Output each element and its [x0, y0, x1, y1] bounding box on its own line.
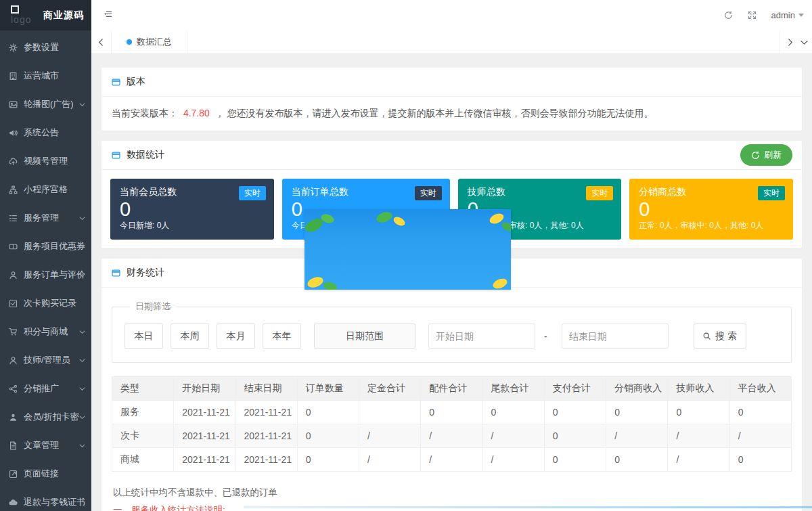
- sidebar-item-label: 积分与商城: [24, 326, 68, 338]
- refresh-icon: [751, 151, 760, 160]
- chevron-down-icon: [78, 442, 86, 449]
- realtime-badge: 实时: [758, 186, 785, 200]
- realtime-badge: 实时: [586, 186, 613, 200]
- leaves-decoration-icon: [304, 209, 511, 290]
- sidebar-item[interactable]: 分销推广: [0, 374, 91, 403]
- version-number: 4.7.80: [181, 108, 212, 118]
- sidebar-item-label: 小程序宫格: [24, 183, 68, 196]
- table-cell: /: [482, 448, 544, 472]
- file-icon: [9, 441, 18, 450]
- stat-card: 当前会员总数0今日新增: 0人实时: [110, 179, 274, 240]
- table-cell: 0: [729, 401, 791, 424]
- username: admin: [771, 10, 795, 20]
- table-cell: 0: [421, 401, 482, 424]
- start-date-input[interactable]: [428, 324, 535, 349]
- table-cell: 0: [297, 401, 359, 424]
- table-row: 商城2021-11-212021-11-210///00/0: [112, 448, 792, 472]
- tab-options-icon[interactable]: [800, 30, 812, 53]
- version-comma: ，: [215, 108, 225, 118]
- sidebar-item[interactable]: 系统公告: [0, 118, 91, 147]
- chevron-down-icon: [78, 243, 86, 250]
- refresh-button-label: 刷新: [764, 149, 782, 161]
- quick-date-button[interactable]: 本日: [125, 324, 163, 349]
- table-cell: 0: [544, 401, 606, 424]
- sidebar-item[interactable]: 视频号管理: [0, 147, 91, 175]
- version-prefix: 当前安装版本：: [112, 108, 178, 118]
- sidebar-item[interactable]: 运营城市: [0, 62, 91, 90]
- tabs-scroll-left-button[interactable]: [91, 30, 112, 53]
- table-cell: 2021-11-21: [235, 401, 297, 424]
- table-header-cell: 结束日期: [235, 377, 297, 401]
- date-filter-row: 本日本周本月本年 日期范围 - 搜 索: [125, 324, 779, 349]
- date-range-button[interactable]: 日期范围: [314, 324, 415, 349]
- active-tab-label: 数据汇总: [137, 36, 172, 48]
- note-line: 以上统计中均不含退款中、已退款的订单: [113, 484, 790, 502]
- sidebar-item[interactable]: 小程序宫格: [0, 175, 91, 204]
- version-card-header: 版本: [102, 68, 802, 97]
- chevron-down-icon: [78, 414, 86, 421]
- image-icon: [9, 99, 18, 109]
- speaker-icon: [9, 128, 18, 137]
- logo-image-placeholder: logo: [11, 5, 38, 28]
- coupon-icon: [9, 242, 18, 251]
- sidebar-item[interactable]: 积分与商城: [0, 317, 91, 346]
- gear-icon: [9, 43, 18, 52]
- table-header-cell: 定金合计: [359, 377, 421, 401]
- sidebar-item[interactable]: 退款与零钱证书: [0, 488, 91, 511]
- refresh-icon[interactable]: [724, 11, 733, 20]
- search-button[interactable]: 搜 索: [694, 324, 746, 349]
- table-header-cell: 配件合计: [421, 377, 482, 401]
- cloud-upload-icon: [9, 156, 18, 166]
- sidebar-item[interactable]: 参数设置: [0, 33, 91, 62]
- sidebar-item[interactable]: 服务管理: [0, 204, 91, 232]
- sidebar-item[interactable]: 轮播图(广告): [0, 90, 91, 118]
- date-filter-fieldset: 日期筛选 本日本周本月本年 日期范围 - 搜 索: [112, 301, 792, 363]
- sidebar-item[interactable]: 会员/折扣卡密: [0, 403, 91, 431]
- version-card: 版本 当前安装版本： 4.7.80 ， 您还没有发布版本，请进入发布设置，提交新…: [102, 68, 802, 131]
- end-date-input[interactable]: [562, 324, 669, 349]
- table-cell: 2021-11-21: [235, 448, 297, 472]
- collapse-menu-icon[interactable]: [104, 9, 112, 20]
- refresh-stats-button[interactable]: 刷新: [740, 144, 792, 166]
- fullscreen-icon[interactable]: [748, 11, 757, 20]
- sidebar-item-label: 技师/管理员: [24, 354, 70, 366]
- tab-data-summary[interactable]: 数据汇总: [112, 30, 187, 53]
- data-stats-title: 数据统计: [127, 149, 164, 161]
- table-cell: /: [421, 448, 482, 472]
- table-cell: /: [421, 424, 482, 448]
- sidebar-item-label: 服务管理: [24, 212, 59, 224]
- sidebar-item[interactable]: 服务项目优惠券: [0, 232, 91, 261]
- sidebar-item[interactable]: 次卡购买记录: [0, 289, 91, 317]
- table-cell: 0: [606, 401, 668, 424]
- tabs-scroll-right-button[interactable]: [780, 30, 800, 53]
- topbar: admin: [91, 0, 812, 30]
- table-cell: 2021-11-21: [174, 424, 235, 448]
- stat-card-value: 0: [639, 198, 784, 220]
- table-cell: 0: [606, 448, 668, 472]
- sidebar-item[interactable]: 服务订单与评价: [0, 261, 91, 289]
- sidebar-item[interactable]: 文章管理: [0, 431, 91, 460]
- building-icon: [9, 71, 18, 81]
- date-filter-legend: 日期筛选: [130, 301, 176, 313]
- sidebar-item-label: 服务订单与评价: [24, 269, 85, 281]
- finance-card-body: 日期筛选 本日本周本月本年 日期范围 - 搜 索 类型开始日期结束日期订单数量定…: [102, 288, 802, 511]
- realtime-badge: 实时: [415, 186, 442, 200]
- sidebar-item[interactable]: 页面链接: [0, 460, 91, 488]
- broken-image-icon: [11, 5, 19, 14]
- table-cell: 2021-11-21: [235, 424, 297, 448]
- table-cell: [359, 401, 421, 424]
- quick-date-button[interactable]: 本月: [217, 324, 255, 349]
- quick-date-button[interactable]: 本周: [171, 324, 209, 349]
- finance-table: 类型开始日期结束日期订单数量定金合计配件合计尾款合计支付合计分销商收入技师收入平…: [112, 376, 792, 472]
- quick-date-button[interactable]: 本年: [263, 324, 301, 349]
- search-button-label: 搜 索: [715, 330, 737, 342]
- sidebar-item-label: 系统公告: [24, 127, 59, 139]
- card-icon: [112, 151, 120, 160]
- logo: logo 商业源码: [0, 0, 91, 30]
- table-row: 次卡2021-11-212021-11-210///0///: [112, 424, 792, 448]
- member-icon: [9, 412, 18, 422]
- sidebar-item[interactable]: 技师/管理员: [0, 346, 91, 374]
- active-tab-dot-icon: [127, 39, 132, 45]
- user-menu[interactable]: admin: [771, 10, 804, 20]
- sidebar-item-label: 文章管理: [24, 439, 59, 451]
